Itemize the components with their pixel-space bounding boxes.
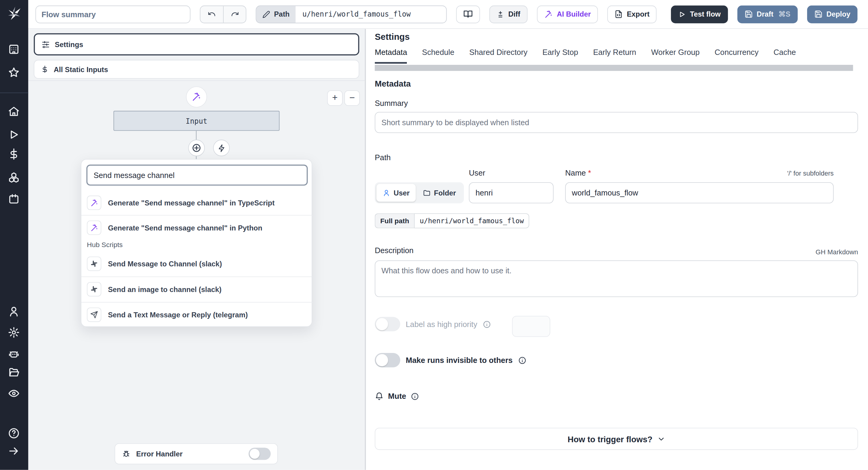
redo-button[interactable] (223, 6, 246, 22)
file-code-icon (615, 10, 623, 19)
toggle-knob (376, 318, 388, 330)
tab-shared-directory[interactable]: Shared Directory (469, 48, 527, 64)
tab-schedule[interactable]: Schedule (422, 48, 454, 64)
docs-button[interactable] (456, 5, 480, 23)
priority-value-input[interactable] (512, 316, 550, 337)
user-input[interactable] (469, 182, 554, 203)
tab-metadata[interactable]: Metadata (375, 48, 407, 64)
tab-cache[interactable]: Cache (773, 48, 796, 64)
toggle-knob (376, 354, 388, 366)
trigger-flows-label: How to trigger flows? (567, 434, 652, 443)
settings-gear-icon[interactable] (8, 326, 20, 339)
resources-boxes-icon[interactable] (8, 171, 20, 183)
pane-resize-handle[interactable] (365, 29, 366, 470)
draft-shortcut: ⌘S (778, 10, 790, 19)
toggle-knob (250, 449, 259, 459)
name-label-text: Name (565, 168, 586, 177)
ai-builder-button[interactable]: AI Builder (537, 5, 598, 23)
path-selector[interactable]: Path u/henri/world_famous_flow (256, 5, 447, 23)
tab-early-stop[interactable]: Early Stop (542, 48, 578, 64)
invisible-runs-toggle[interactable] (375, 353, 400, 368)
save-icon (814, 10, 823, 19)
flow-editor-canvas: Settings All Static Inputs + − Input (28, 29, 365, 470)
tabs-scrollbar[interactable] (375, 65, 853, 71)
canvas-zoom-controls: + − (327, 90, 360, 106)
info-icon (518, 356, 527, 364)
test-flow-button[interactable]: Test flow (671, 5, 728, 23)
runs-play-icon[interactable] (8, 128, 20, 141)
users-icon[interactable] (8, 305, 20, 317)
tab-early-return[interactable]: Early Return (593, 48, 636, 64)
windmill-app: Path u/henri/world_famous_flow Diff AI B… (0, 0, 868, 470)
input-node[interactable]: Input (114, 111, 280, 130)
result-telegram-send-text[interactable]: Send a Text Message or Reply (telegram) (82, 302, 313, 327)
workers-robot-icon[interactable] (8, 348, 20, 360)
error-handler-toggle[interactable] (249, 448, 271, 460)
tab-concurrency[interactable]: Concurrency (715, 48, 758, 64)
schedules-calendar-icon[interactable] (8, 193, 20, 205)
step-search-dropdown: Generate "Send message channel" in TypeS… (81, 159, 312, 327)
home-icon[interactable] (8, 105, 20, 117)
owner-kind-folder-label: Folder (434, 188, 456, 197)
owner-kind-folder[interactable]: Folder (417, 184, 462, 202)
deploy-label: Deploy (827, 10, 850, 19)
name-input[interactable] (565, 182, 834, 203)
draft-label: Draft (756, 10, 773, 19)
undo-button[interactable] (200, 6, 223, 22)
sidebar-divider (0, 93, 28, 93)
result-label: Generate "Send message channel" in Pytho… (108, 224, 262, 232)
trigger-button[interactable] (213, 140, 230, 156)
slack-icon (87, 282, 101, 297)
sidebar (0, 0, 28, 470)
step-search-input[interactable] (87, 165, 308, 186)
error-handler-label: Error Handler (136, 450, 183, 458)
high-priority-toggle[interactable] (375, 317, 400, 331)
add-step-button[interactable] (188, 140, 205, 156)
high-priority-row: Label as high priority (375, 317, 491, 331)
result-slack-send-image[interactable]: Send an image to channel (slack) (82, 277, 313, 301)
wand-icon (87, 221, 101, 235)
draft-button[interactable]: Draft ⌘S (737, 5, 798, 23)
export-button[interactable]: Export (607, 5, 657, 23)
path-section-label: Path (375, 153, 391, 162)
required-marker: * (588, 168, 591, 177)
invisible-runs-label: Make runs invisible to others (406, 356, 513, 364)
telegram-icon (87, 307, 101, 322)
flow-summary-input[interactable] (36, 5, 190, 23)
invisible-runs-row: Make runs invisible to others (375, 353, 526, 368)
error-handler-node[interactable]: Error Handler (115, 443, 278, 464)
bell-icon (375, 392, 383, 401)
summary-input[interactable] (375, 112, 858, 133)
result-generate-python[interactable]: Generate "Send message channel" in Pytho… (82, 215, 313, 240)
help-icon[interactable] (8, 427, 20, 439)
ai-flow-wand-button[interactable] (186, 87, 207, 108)
all-static-inputs-label: All Static Inputs (54, 65, 108, 74)
description-textarea[interactable] (375, 260, 858, 297)
result-slack-send-message[interactable]: Send Message to Channel (slack) (82, 252, 313, 276)
variables-dollar-icon[interactable] (8, 148, 20, 160)
zoom-out-button[interactable]: − (344, 90, 360, 106)
workspace-icon[interactable] (8, 43, 20, 55)
owner-kind-user[interactable]: User (376, 184, 415, 202)
audit-eye-icon[interactable] (8, 387, 20, 400)
all-static-inputs-card[interactable]: All Static Inputs (34, 60, 359, 79)
mute-row[interactable]: Mute (375, 392, 418, 401)
trigger-flows-accordion[interactable]: How to trigger flows? (375, 428, 858, 450)
folders-icon[interactable] (8, 366, 20, 378)
plus-circle-icon (192, 143, 202, 153)
expand-arrow-icon[interactable] (8, 445, 20, 457)
flow-settings-card[interactable]: Settings (34, 33, 359, 55)
tab-worker-group[interactable]: Worker Group (651, 48, 700, 64)
favorites-star-icon[interactable] (8, 66, 20, 79)
topbar: Path u/henri/world_famous_flow Diff AI B… (28, 0, 868, 29)
deploy-button[interactable]: Deploy (807, 5, 858, 23)
description-label: Description (375, 246, 413, 255)
diff-button[interactable]: Diff (490, 5, 527, 23)
windmill-logo-icon[interactable] (5, 4, 23, 22)
result-generate-typescript[interactable]: Generate "Send message channel" in TypeS… (82, 190, 313, 215)
zoom-in-button[interactable]: + (327, 90, 343, 106)
full-path-label: Full path (375, 213, 414, 228)
user-icon (382, 189, 390, 197)
export-label: Export (627, 10, 650, 19)
subfolder-hint: '/' for subfolders (787, 170, 834, 177)
